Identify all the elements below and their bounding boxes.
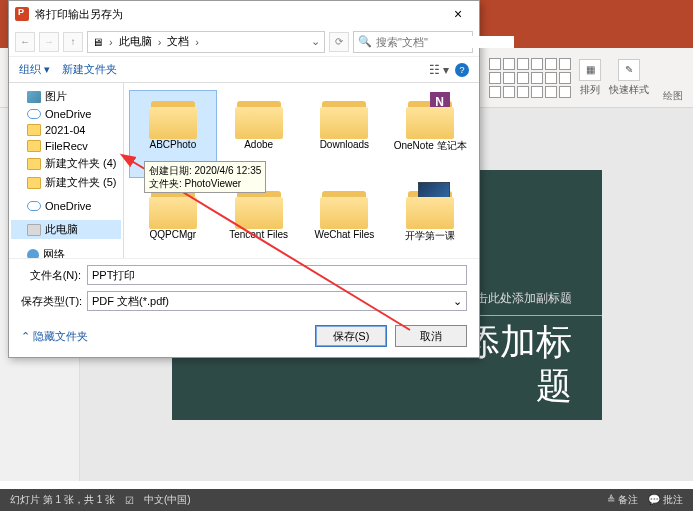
folder-name: Adobe (244, 139, 273, 150)
folder-tooltip: 创建日期: 2020/4/6 12:35 文件夹: PhotoViewer (144, 161, 266, 193)
folder-icon (404, 185, 456, 229)
filename-label: 文件名(N): (21, 268, 81, 283)
organize-menu[interactable]: 组织 ▾ (19, 62, 50, 77)
dialog-title: 将打印输出另存为 (35, 7, 123, 22)
tree-item-label: FileRecv (45, 140, 88, 152)
dialog-footer: ⌃ 隐藏文件夹 保存(S) 取消 (9, 317, 479, 357)
refresh-button[interactable]: ⟳ (329, 32, 349, 52)
dialog-titlebar: 将打印输出另存为 × (9, 1, 479, 27)
dialog-toolbar: 组织 ▾ 新建文件夹 ☷ ▾ ? (9, 57, 479, 83)
folder-icon (27, 177, 41, 189)
folder-icon (27, 140, 41, 152)
folder-tile[interactable]: 开学第一课 (387, 181, 473, 258)
pc-icon: 🖥 (92, 36, 103, 48)
up-button[interactable]: ↑ (63, 32, 83, 52)
cancel-button[interactable]: 取消 (395, 325, 467, 347)
language-status[interactable]: 中文(中国) (144, 493, 191, 507)
quick-style-button[interactable]: ✎ 快速样式 (609, 59, 649, 97)
back-button[interactable]: ← (15, 32, 35, 52)
powerpoint-icon (15, 7, 29, 21)
search-box[interactable]: 🔍 (353, 31, 473, 53)
tree-item-label: OneDrive (45, 108, 91, 120)
search-icon: 🔍 (358, 35, 372, 48)
cloud-icon (27, 109, 41, 119)
arrange-button[interactable]: ▦ 排列 (579, 59, 601, 97)
spellcheck-icon[interactable]: ☑ (125, 495, 134, 506)
forward-button[interactable]: → (39, 32, 59, 52)
folder-tile[interactable]: Downloads (302, 91, 388, 177)
folder-name: QQPCMgr (150, 229, 197, 240)
breadcrumb-pc[interactable]: 此电脑 (119, 34, 152, 49)
filename-input[interactable] (92, 269, 462, 281)
folder-icon (27, 124, 41, 136)
tree-item[interactable]: 此电脑 (11, 220, 121, 239)
save-button[interactable]: 保存(S) (315, 325, 387, 347)
hide-folders-toggle[interactable]: ⌃ 隐藏文件夹 (21, 329, 88, 344)
tree-item[interactable]: OneDrive (11, 198, 121, 214)
folder-name: ABCPhoto (150, 139, 197, 150)
notes-button[interactable]: ≜ 备注 (607, 493, 638, 507)
save-as-dialog: 将打印输出另存为 × ← → ↑ 🖥 此电脑 文档 ⌄ ⟳ 🔍 组织 ▾ 新建文… (8, 0, 480, 358)
breadcrumb[interactable]: 🖥 此电脑 文档 ⌄ (87, 31, 325, 53)
comments-button[interactable]: 💬 批注 (648, 493, 683, 507)
folder-tile[interactable]: OneNote 笔记本 (387, 91, 473, 177)
new-folder-button[interactable]: 新建文件夹 (62, 62, 117, 77)
tree-item-label: OneDrive (45, 200, 91, 212)
dialog-nav: ← → ↑ 🖥 此电脑 文档 ⌄ ⟳ 🔍 (9, 27, 479, 57)
arrange-icon: ▦ (579, 59, 601, 81)
pic-icon (27, 91, 41, 103)
breadcrumb-dropdown[interactable]: ⌄ (311, 35, 320, 48)
help-icon[interactable]: ? (455, 63, 469, 77)
tree-item-label: 新建文件夹 (4) (45, 156, 117, 171)
tree-item[interactable]: 网络 (11, 245, 121, 258)
tree-item[interactable]: FileRecv (11, 138, 121, 154)
folder-icon (233, 95, 285, 139)
folder-name: Tencent Files (229, 229, 288, 240)
shapes-gallery[interactable] (489, 58, 571, 98)
dialog-form: 文件名(N): 保存类型(T): PDF 文档(*.pdf)⌄ (9, 258, 479, 317)
folder-name: Downloads (320, 139, 369, 150)
slide-count: 幻灯片 第 1 张，共 1 张 (10, 493, 115, 507)
folder-name: 开学第一课 (405, 229, 455, 243)
view-button[interactable]: ☷ ▾ (429, 63, 449, 77)
savetype-label: 保存类型(T): (21, 294, 81, 309)
tree-item[interactable]: 2021-04 (11, 122, 121, 138)
tree-item[interactable]: 图片 (11, 87, 121, 106)
folder-name: WeChat Files (314, 229, 374, 240)
tree-item-label: 图片 (45, 89, 67, 104)
folder-icon (318, 95, 370, 139)
status-bar: 幻灯片 第 1 张，共 1 张 ☑ 中文(中国) ≜ 备注 💬 批注 (0, 489, 693, 511)
tree-item[interactable]: 新建文件夹 (5) (11, 173, 121, 192)
tree-item-label: 新建文件夹 (5) (45, 175, 117, 190)
tree-item-label: 2021-04 (45, 124, 85, 136)
savetype-select[interactable]: PDF 文档(*.pdf) (92, 294, 453, 309)
folder-icon (318, 185, 370, 229)
breadcrumb-docs[interactable]: 文档 (167, 34, 189, 49)
tree-item-label: 此电脑 (45, 222, 78, 237)
drive-icon (27, 224, 41, 236)
cloud-icon (27, 201, 41, 211)
tree-item-label: 网络 (43, 247, 65, 258)
tree-item[interactable]: OneDrive (11, 106, 121, 122)
tree-item[interactable]: 新建文件夹 (4) (11, 154, 121, 173)
folder-icon (147, 95, 199, 139)
folder-icon (27, 158, 41, 170)
folder-tile[interactable]: WeChat Files (302, 181, 388, 258)
search-input[interactable] (376, 36, 514, 48)
ribbon-group-draw: 绘图 (663, 89, 683, 103)
folder-icon (404, 95, 456, 139)
chevron-down-icon: ⌄ (453, 295, 462, 308)
folder-name: OneNote 笔记本 (394, 139, 467, 153)
close-button[interactable]: × (443, 6, 473, 22)
net-icon (27, 249, 39, 259)
quick-style-icon: ✎ (618, 59, 640, 81)
file-pane[interactable]: 创建日期: 2020/4/6 12:35 文件夹: PhotoViewer AB… (124, 83, 479, 258)
folder-tree[interactable]: 图片OneDrive2021-04FileRecv新建文件夹 (4)新建文件夹 … (9, 83, 124, 258)
